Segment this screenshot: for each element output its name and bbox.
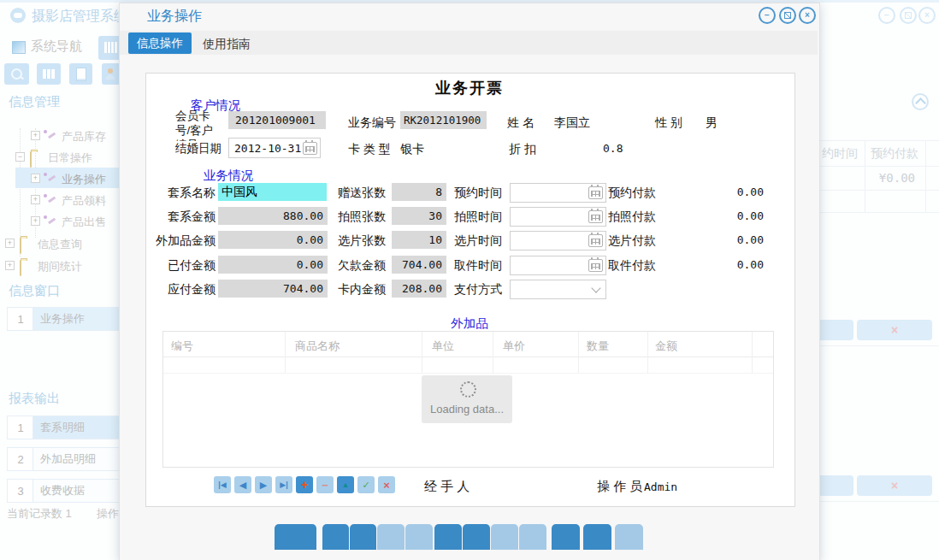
nav-prior-button[interactable]: ◀ <box>234 476 251 493</box>
expand-icon[interactable]: + <box>5 239 15 248</box>
addon-col-header: 单价 <box>503 339 525 354</box>
bottom-action-button[interactable] <box>275 524 316 550</box>
bottom-action-button[interactable] <box>491 524 518 550</box>
bottom-action-button[interactable] <box>552 524 580 550</box>
window-minimize-icon[interactable]: − <box>878 7 895 24</box>
bottom-action-button[interactable] <box>583 524 611 550</box>
calendar-icon[interactable] <box>588 186 603 199</box>
pickup-payment-value: 0.00 <box>684 258 764 271</box>
shoot-photos-field[interactable]: 30 <box>392 207 446 225</box>
table-icon <box>43 69 55 79</box>
addon-amount-field[interactable]: 0.00 <box>218 231 328 249</box>
nav-first-button[interactable]: |◀ <box>214 476 231 493</box>
member-card-field[interactable]: 201201009001 <box>228 111 326 129</box>
bottom-action-button[interactable] <box>463 524 490 550</box>
records-button[interactable] <box>37 63 61 85</box>
bottom-action-button[interactable] <box>350 524 376 550</box>
info-window-row[interactable]: 业务操作 <box>32 307 130 331</box>
report-row[interactable]: 套系明细 <box>32 416 130 439</box>
package-amount-field[interactable]: 880.00 <box>218 207 328 225</box>
calendar-icon[interactable] <box>588 259 603 272</box>
calendar-icon[interactable] <box>588 234 603 247</box>
window-maximize-icon[interactable] <box>900 7 917 24</box>
app-title: 摄影店管理系统 <box>32 8 127 26</box>
collapse-icon[interactable]: − <box>15 152 25 162</box>
tab-info-operation[interactable]: 信息操作 <box>128 32 192 54</box>
card-balance-field[interactable]: 208.00 <box>392 280 446 298</box>
section-info-window: 信息窗口 <box>9 283 60 299</box>
modal-close-icon[interactable]: × <box>799 7 816 24</box>
nav-insert-button[interactable]: + <box>296 476 313 493</box>
nav-checkbox-icon[interactable] <box>12 41 26 54</box>
document-button[interactable] <box>69 63 92 85</box>
business-no-field[interactable]: RK2012101900 <box>400 111 487 129</box>
card-type-value: 银卡 <box>400 142 424 157</box>
wedding-date-field[interactable]: 2012-10-31 <box>228 138 321 158</box>
bottom-action-button[interactable] <box>322 524 349 550</box>
shoot-payment-label: 拍照付款 <box>608 209 656 225</box>
booking-payment-label: 预约付款 <box>608 186 656 201</box>
payment-method-select[interactable] <box>510 280 606 299</box>
modal-restore-icon[interactable] <box>779 7 796 24</box>
document-icon <box>76 68 86 81</box>
operator-label: 操 作 员 <box>597 479 642 495</box>
paid-amount-label: 已付金额 <box>128 258 216 274</box>
folder-icon <box>20 238 21 254</box>
gender-label: 性 别 <box>655 115 682 131</box>
expand-icon[interactable]: + <box>31 174 40 183</box>
delete-x-icon: × <box>891 479 898 492</box>
bg-delete-button[interactable]: × <box>857 320 932 340</box>
section-report-output: 报表输出 <box>9 391 60 407</box>
nav-edit-button[interactable]: ▲ <box>337 476 354 493</box>
discount-value: 0.8 <box>603 142 623 155</box>
tree-item-info-query[interactable]: + 信息查询 <box>5 237 7 252</box>
expand-icon[interactable]: + <box>5 261 15 270</box>
window-close-icon[interactable]: × <box>918 7 936 24</box>
nav-delete-button[interactable]: − <box>316 476 334 493</box>
nav-toggle-label[interactable]: 系统导航 <box>31 38 82 55</box>
booking-time-field[interactable] <box>510 183 606 203</box>
pickup-time-field[interactable] <box>510 256 606 275</box>
report-row[interactable]: 收费收据 <box>32 479 130 503</box>
tab-user-guide[interactable]: 使用指南 <box>203 37 251 52</box>
bottom-action-button[interactable] <box>615 524 643 550</box>
name-label: 姓 名 <box>507 115 534 131</box>
payable-amount-field[interactable]: 704.00 <box>218 280 328 298</box>
nav-last-button[interactable]: ▶| <box>275 476 292 493</box>
report-row[interactable]: 外加品明细 <box>32 447 130 471</box>
payable-amount-label: 应付金额 <box>128 282 216 298</box>
expand-icon[interactable]: + <box>31 216 40 226</box>
select-time-field[interactable] <box>510 231 606 251</box>
nav-post-button[interactable]: ✓ <box>357 476 375 493</box>
calendar-icon[interactable] <box>588 210 603 223</box>
select-photos-field[interactable]: 10 <box>392 231 446 249</box>
package-name-field[interactable]: 中国风 <box>218 183 327 201</box>
paid-amount-field[interactable]: 0.00 <box>218 256 328 274</box>
package-name-label: 套系名称 <box>128 186 216 201</box>
free-photos-field[interactable]: 8 <box>392 183 446 201</box>
folder-icon <box>30 151 32 168</box>
collapse-panel-icon[interactable] <box>912 93 929 110</box>
bottom-action-button[interactable] <box>377 524 405 550</box>
modal-minimize-icon[interactable]: − <box>759 7 776 24</box>
report-row-num: 2 <box>7 447 34 471</box>
shoot-time-field[interactable] <box>510 207 606 227</box>
tree-item-period-stats[interactable]: + 期间统计 <box>5 259 7 274</box>
tree-item-daily-ops[interactable]: − 日常操作 <box>15 150 17 166</box>
expand-icon[interactable]: + <box>31 195 40 204</box>
bottom-action-button[interactable] <box>519 524 546 550</box>
nav-cancel-button[interactable]: × <box>378 476 395 493</box>
bottom-action-button[interactable] <box>434 524 462 550</box>
calendar-icon[interactable] <box>303 142 317 155</box>
nav-next-button[interactable]: ▶ <box>255 476 272 493</box>
card-balance-label: 卡内金额 <box>338 282 386 298</box>
search-button[interactable] <box>4 63 29 85</box>
expand-icon[interactable]: + <box>31 131 40 140</box>
handler-label: 经 手 人 <box>424 479 470 495</box>
bottom-action-button[interactable] <box>405 524 433 550</box>
loading-text: Loading data... <box>422 403 512 416</box>
debt-amount-field[interactable]: 704.00 <box>392 256 446 274</box>
bg-grid-value: ¥0.00 <box>865 171 915 185</box>
bg-delete-button[interactable]: × <box>857 475 932 496</box>
section-business: 业务情况 <box>204 168 253 184</box>
